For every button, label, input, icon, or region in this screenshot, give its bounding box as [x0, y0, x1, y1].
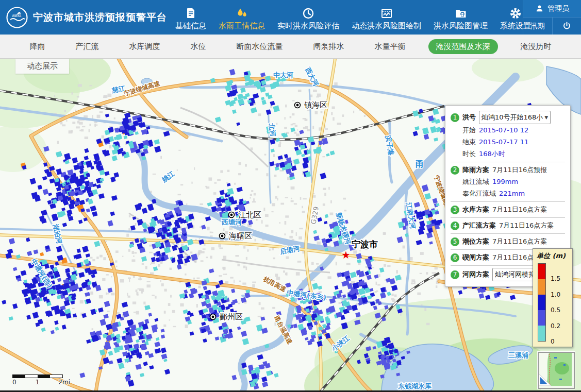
flood-number-select[interactable]: 灿鸿10号开始168小▼: [479, 111, 551, 124]
header: NBSL 宁波市城市洪涝预报预警平台 基础信息水雨工情信息实时洪水风险评估动态洪…: [0, 0, 581, 35]
sub-nav: 降雨产汇流水库调度水位断面水位流量闸泵排水水量平衡淹没范围及水深淹没历时: [0, 35, 581, 59]
district-label: 海曙区: [229, 231, 252, 241]
district-label: 江北区: [238, 210, 261, 219]
river-label: 西塘河: [221, 218, 242, 226]
step-badge: 2: [451, 166, 459, 175]
legend-color-bar: [538, 263, 546, 342]
nav-item-3[interactable]: 动态洪水风险图绘制: [352, 7, 421, 31]
brand: NBSL 宁波市城市洪涝预报预警平台: [0, 0, 175, 35]
district-marker-icon: [210, 314, 216, 320]
section-label: 碶闸方案: [462, 252, 489, 263]
scalebar-label: 2mi: [58, 379, 70, 386]
step-badge: 7: [451, 270, 459, 279]
legend-title: 单位 (m): [537, 251, 570, 261]
user-bottom: 汛期: [523, 18, 581, 35]
section-label: 产汇流方案: [462, 220, 496, 231]
document-icon: [185, 7, 197, 20]
clock-icon: [302, 7, 314, 20]
user-icon: [535, 4, 544, 13]
nav-item-0[interactable]: 基础信息: [175, 7, 206, 31]
district-marker-icon: [220, 233, 225, 239]
panel-section-head: 2降雨方案7月11日16点预报: [451, 164, 565, 176]
panel-section-head: 3水库方案7月11日16点方案: [451, 204, 565, 215]
step-badge: 5: [451, 237, 459, 246]
step-badge: 3: [451, 206, 459, 214]
section-value: 7月11日16点预报: [492, 164, 547, 176]
panel-section-head: 5潮位方案7月11日16点方案: [451, 236, 565, 247]
district-label: 鄞州区: [220, 312, 243, 321]
nav-item-label: 实时洪水风险评估: [277, 21, 339, 31]
nav-item-label: 动态洪水风险图绘制: [352, 21, 421, 31]
legend-tick: 0.5: [551, 306, 560, 314]
user-menu[interactable]: 管理员: [523, 0, 581, 18]
river-label: 东钱湖水库: [397, 382, 431, 390]
step-badge: 4: [451, 221, 459, 230]
panel-section-2: 3水库方案7月11日16点方案: [451, 201, 565, 217]
season-button[interactable]: 汛期: [523, 18, 553, 35]
panel-section-head: 4产汇流方案7月11日16点方案: [451, 220, 565, 231]
main-nav: 基础信息水雨工情信息实时洪水风险评估动态洪水风险图绘制洪水风险图管理系统设置: [175, 0, 523, 35]
page-title: 宁波市城市洪涝预报预警平台: [33, 11, 167, 24]
district-marker-icon: [229, 212, 235, 218]
gear-icon: [509, 7, 522, 20]
step-badge: 6: [451, 253, 459, 262]
overview-minimap[interactable]: [538, 352, 575, 389]
river-label: 中大河: [273, 71, 293, 79]
tab-2[interactable]: 水库调度: [122, 39, 168, 54]
panel-row: 时长168小时: [451, 148, 565, 160]
svg-text:NBSL: NBSL: [12, 14, 22, 18]
depth-legend: 单位 (m) 1.51.00.50.20: [533, 248, 573, 347]
section-label: 水库方案: [462, 204, 489, 215]
scalebar-labels: 012mi: [12, 379, 70, 386]
map-view[interactable]: 中大河西大河慈江姚江湖泊河中塘河(西)西塘河后塘河北河滨子港甬江江南大河新杨木碶…: [0, 59, 581, 392]
section-value: 7月11日16点方案: [492, 236, 547, 247]
tab-0[interactable]: 降雨: [22, 39, 53, 54]
section-label: 潮位方案: [462, 236, 489, 247]
tab-6[interactable]: 水量平衡: [367, 39, 413, 54]
dynamic-display-button[interactable]: 动态展示: [15, 59, 69, 74]
power-icon: [562, 21, 572, 31]
tab-4[interactable]: 断面水位流量: [229, 39, 291, 54]
scalebar: 012mi: [12, 374, 70, 386]
river-big-label: 甬: [416, 159, 424, 169]
panel-section-4: 5潮位方案7月11日16点方案: [451, 233, 565, 249]
chart-icon: [380, 7, 393, 20]
city-star-icon: ★: [341, 249, 351, 261]
city-label: 宁波市: [352, 239, 378, 249]
raindrops-icon: [236, 7, 248, 20]
nav-item-2[interactable]: 实时洪水风险评估: [277, 7, 339, 31]
section-label: 洪号: [462, 112, 476, 123]
tab-1[interactable]: 产汇流: [68, 39, 107, 54]
nav-item-label: 水雨工情信息: [219, 21, 265, 31]
tab-3[interactable]: 水位: [183, 39, 214, 54]
panel-section-3: 4产汇流方案7月11日16点方案: [451, 217, 565, 233]
nav-item-label: 基础信息: [175, 21, 206, 31]
scalebar-label: 0: [12, 379, 16, 386]
nav-item-label: 洪水风险图管理: [434, 21, 488, 31]
panel-section-0: 1洪号灿鸿10号开始168小▼开始2015-07-10 12结束2015-07-…: [451, 109, 565, 162]
app-logo-icon: NBSL: [6, 7, 28, 28]
legend-tick: 1.5: [551, 275, 560, 282]
user-box: 管理员 汛期: [523, 0, 581, 35]
panel-row: 开始2015-07-10 12: [451, 124, 565, 136]
panel-section-head: 1洪号灿鸿10号开始168小▼: [451, 111, 565, 124]
legend-tick: 1.0: [551, 291, 560, 298]
nav-item-4[interactable]: 洪水风险图管理: [434, 7, 488, 31]
panel-row: 结束2015-07-17 11: [451, 136, 565, 148]
legend-tick: 0.2: [551, 322, 560, 330]
user-label: 管理员: [547, 4, 569, 13]
legend-body: 1.51.00.50.20: [538, 263, 570, 342]
step-badge: 1: [451, 113, 459, 122]
app: NBSL 宁波市城市洪涝预报预警平台 基础信息水雨工情信息实时洪水风险评估动态洪…: [0, 0, 581, 392]
nav-item-1[interactable]: 水雨工情信息: [219, 7, 265, 31]
tab-8[interactable]: 淹没历时: [513, 39, 559, 54]
tab-5[interactable]: 闸泵排水: [306, 39, 352, 54]
panel-row: 姚江流域199mm: [451, 176, 565, 188]
tab-7[interactable]: 淹没范围及水深: [428, 39, 498, 54]
district-marker-icon: [295, 103, 301, 108]
folder-lock-icon: [455, 7, 467, 20]
logout-button[interactable]: [553, 18, 581, 35]
scalebar-bar: [12, 374, 63, 378]
district-label: 镇海区: [304, 100, 327, 110]
section-value: 7月11日16点方案: [499, 220, 554, 231]
